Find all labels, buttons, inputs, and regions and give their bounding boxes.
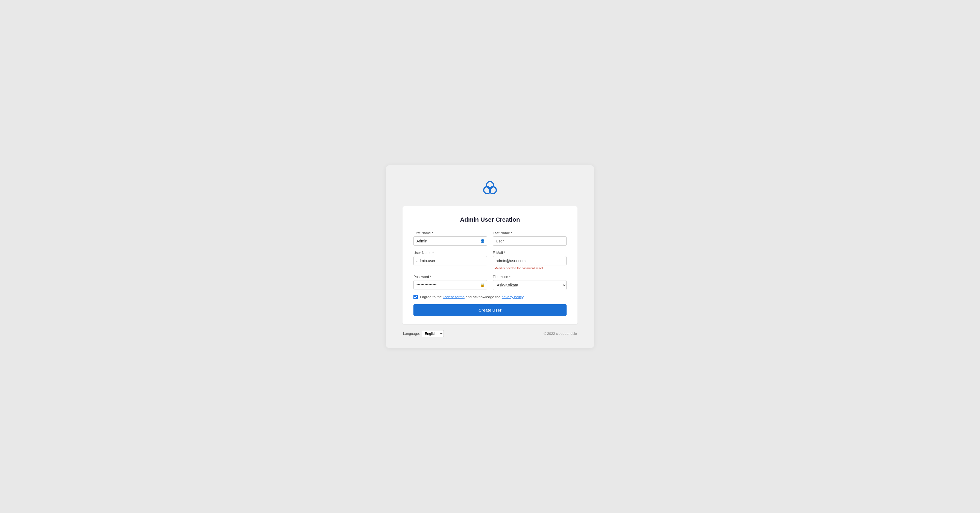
create-user-button[interactable]: Create User <box>414 304 566 316</box>
agree-label: I agree to the license terms and acknowl… <box>420 295 525 299</box>
card-title: Admin User Creation <box>414 216 566 223</box>
timezone-group: Timezone * Asia/Kolkata UTC America/New_… <box>493 275 566 290</box>
username-input[interactable] <box>414 256 487 265</box>
last-name-group: Last Name * <box>493 231 566 246</box>
last-name-input[interactable] <box>493 237 566 246</box>
first-name-group: First Name * 👤 <box>414 231 487 246</box>
language-group: Language: English German French Spanish <box>403 330 444 337</box>
language-label: Language: <box>403 332 420 336</box>
email-group: E-Mail * E-Mail is needed for password r… <box>493 251 566 270</box>
password-label: Password * <box>414 275 487 279</box>
cloudpanel-logo-icon <box>481 179 499 198</box>
password-group: Password * 🔒 <box>414 275 487 290</box>
last-name-input-wrapper <box>493 237 566 246</box>
email-error: E-Mail is needed for password reset <box>493 267 566 270</box>
first-name-input-wrapper: 👤 <box>414 237 487 246</box>
timezone-select[interactable]: Asia/Kolkata UTC America/New_York Europe… <box>493 280 566 290</box>
name-row: First Name * 👤 Last Name * <box>414 231 566 246</box>
email-label: E-Mail * <box>493 251 566 255</box>
footer-bar: Language: English German French Spanish … <box>402 330 578 337</box>
agree-text-middle: and acknowledge the <box>465 295 501 299</box>
username-email-row: User Name * E-Mail * E-Mail is needed fo… <box>414 251 566 270</box>
agree-text-after: . <box>523 295 525 299</box>
email-input[interactable] <box>493 256 566 265</box>
password-input[interactable] <box>414 280 487 289</box>
first-name-input[interactable] <box>414 237 487 246</box>
agree-checkbox[interactable] <box>414 295 418 299</box>
timezone-label: Timezone * <box>493 275 566 279</box>
first-name-label: First Name * <box>414 231 487 235</box>
username-label: User Name * <box>414 251 487 255</box>
logo-area <box>402 179 578 199</box>
username-group: User Name * <box>414 251 487 270</box>
password-input-wrapper: 🔒 <box>414 280 487 289</box>
language-select[interactable]: English German French Spanish <box>422 330 444 337</box>
last-name-label: Last Name * <box>493 231 566 235</box>
license-terms-link[interactable]: license terms <box>443 295 465 299</box>
timezone-select-wrapper: Asia/Kolkata UTC America/New_York Europe… <box>493 280 566 290</box>
admin-user-creation-card: Admin User Creation First Name * 👤 Last … <box>402 206 578 324</box>
privacy-policy-link[interactable]: privacy policy <box>501 295 523 299</box>
copyright-text: © 2022 cloudpanel.io <box>544 332 577 336</box>
agree-row: I agree to the license terms and acknowl… <box>414 295 566 299</box>
outer-panel: Admin User Creation First Name * 👤 Last … <box>386 165 594 348</box>
email-input-wrapper <box>493 256 566 265</box>
password-timezone-row: Password * 🔒 Timezone * Asia/Kolkata UTC… <box>414 275 566 290</box>
agree-text-before: I agree to the <box>420 295 443 299</box>
username-input-wrapper <box>414 256 487 265</box>
